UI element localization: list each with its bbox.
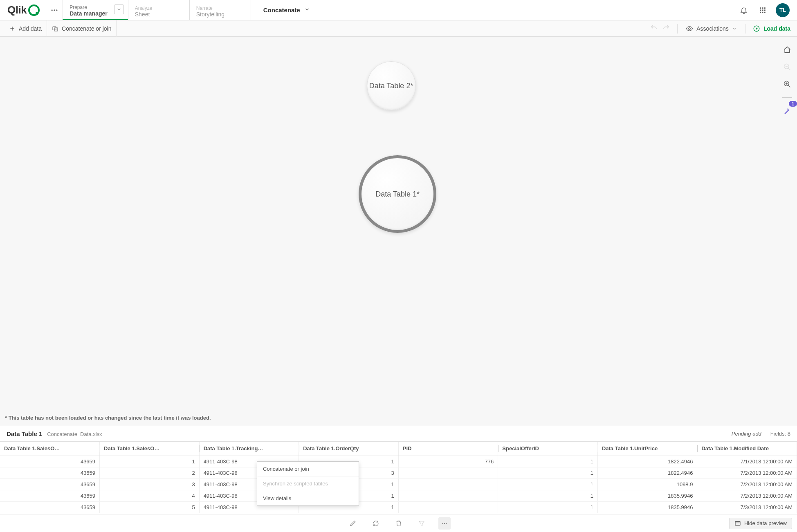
reload-table-button[interactable] — [370, 517, 382, 530]
column-header[interactable]: Data Table 1.Modified Date — [697, 442, 797, 456]
add-data-label: Add data — [19, 25, 42, 32]
table-row[interactable]: 4365944911-403C-98111835.99467/2/2013 12… — [0, 490, 797, 501]
table-cell: 1835.9946 — [597, 501, 697, 513]
ctx-view-details[interactable]: View details — [257, 491, 359, 505]
app-title-text: Concatenate — [263, 7, 300, 13]
table-cell — [398, 490, 498, 501]
hub-launcher-button[interactable] — [757, 4, 768, 16]
column-header[interactable]: PID — [398, 442, 498, 456]
table-row[interactable]: 4365914911-403C-98177611822.49467/1/2013… — [0, 456, 797, 467]
table-cell: 7/2/2013 12:00:00 AM — [697, 478, 797, 490]
recommendations-button[interactable]: 1 — [781, 105, 793, 116]
logo: Qlik — [0, 0, 46, 20]
notifications-button[interactable] — [738, 4, 750, 16]
tab-narrate-small: Narrate — [196, 5, 242, 11]
table-cell: 43659 — [0, 456, 100, 467]
zoom-in-button[interactable] — [781, 78, 793, 90]
svg-rect-3 — [760, 7, 761, 9]
svg-point-1 — [54, 9, 55, 11]
more-actions-button[interactable] — [438, 517, 451, 530]
tab-analyze-small: Analyze — [135, 5, 181, 11]
delete-table-button[interactable] — [393, 517, 405, 530]
load-data-button[interactable]: Load data — [750, 25, 793, 32]
view-mode-dropdown[interactable]: Associations — [683, 25, 740, 32]
table-row[interactable]: 4365954911-403C-98111835.99467/3/2013 12… — [0, 501, 797, 513]
tab-narrate[interactable]: Narrate Storytelling — [189, 0, 251, 20]
home-view-button[interactable] — [781, 44, 793, 56]
undo-redo-group — [650, 24, 672, 33]
table-bubble-2[interactable]: Data Table 2* — [367, 61, 416, 110]
table-cell — [398, 501, 498, 513]
tab-analyze[interactable]: Analyze Sheet — [128, 0, 189, 20]
table-row[interactable]: 4365934911-403C-98111098.97/2/2013 12:00… — [0, 478, 797, 490]
column-header[interactable]: Data Table 1.SalesO… — [0, 442, 100, 456]
preview-table-name: Data Table 1 — [7, 430, 42, 437]
view-mode-label: Associations — [696, 25, 729, 32]
edit-table-button[interactable] — [347, 517, 359, 530]
table-cell: 1835.9946 — [597, 490, 697, 501]
table-cell: 3 — [100, 478, 200, 490]
svg-rect-29 — [735, 521, 740, 525]
svg-point-27 — [444, 523, 445, 523]
undo-button[interactable] — [650, 24, 658, 33]
concat-join-label: Concatenate or join — [62, 25, 111, 32]
table-cell: 43659 — [0, 467, 100, 478]
column-header[interactable]: SpecialOfferID — [498, 442, 598, 456]
table-cell: 1 — [498, 456, 598, 467]
preview-bottom-bar: Hide data preview — [0, 514, 797, 532]
load-data-label: Load data — [763, 25, 790, 32]
bubble-2-label: Data Table 2* — [369, 82, 413, 90]
svg-point-16 — [689, 27, 691, 29]
table-cell: 1 — [498, 467, 598, 478]
svg-line-20 — [788, 68, 790, 70]
add-data-button[interactable]: Add data — [4, 20, 47, 37]
svg-rect-4 — [762, 7, 763, 9]
table-cell — [398, 478, 498, 490]
svg-rect-9 — [760, 11, 761, 13]
preview-table-wrap: Data Table 1.SalesO…Data Table 1.SalesO…… — [0, 441, 797, 514]
ctx-concatenate-join[interactable]: Concatenate or join — [257, 462, 359, 476]
table-cell: 4 — [100, 490, 200, 501]
table-cell: 7/2/2013 12:00:00 AM — [697, 490, 797, 501]
svg-rect-10 — [762, 11, 763, 13]
table-cell: 7/1/2013 12:00:00 AM — [697, 456, 797, 467]
tab-prepare[interactable]: Prepare Data manager — [63, 0, 128, 20]
svg-rect-11 — [764, 11, 766, 13]
preview-header: Data Table 1 Concatenate_Data.xlsx Pendi… — [0, 426, 797, 441]
user-avatar[interactable]: TL — [776, 3, 790, 17]
tab-prepare-small: Prepare — [70, 4, 108, 10]
top-header: Qlik Prepare Data manager Analyze Sheet … — [0, 0, 797, 20]
preview-table: Data Table 1.SalesO…Data Table 1.SalesO…… — [0, 442, 797, 513]
hide-preview-button[interactable]: Hide data preview — [729, 518, 792, 529]
table-cell: 43659 — [0, 490, 100, 501]
column-header[interactable]: Data Table 1.UnitPrice — [597, 442, 697, 456]
top-right-controls: TL — [731, 0, 797, 20]
column-header[interactable]: Data Table 1.SalesO… — [100, 442, 200, 456]
redo-button[interactable] — [662, 24, 670, 33]
svg-point-2 — [56, 9, 57, 11]
global-more-button[interactable] — [46, 0, 63, 20]
app-title-button[interactable]: Concatenate — [263, 7, 310, 14]
table-cell: 1098.9 — [597, 478, 697, 490]
svg-rect-5 — [764, 7, 766, 9]
table-cell: 1 — [498, 501, 598, 513]
bubble-1-label: Data Table 1* — [375, 190, 420, 199]
prepare-dropdown-button[interactable] — [114, 4, 124, 14]
svg-rect-6 — [760, 9, 761, 11]
table-bubble-1[interactable]: Data Table 1* — [359, 155, 436, 233]
zoom-out-button[interactable] — [781, 61, 793, 73]
table-row[interactable]: 4365924911-403C-98311822.49467/2/2013 12… — [0, 467, 797, 478]
concatenate-join-button[interactable]: Concatenate or join — [47, 20, 117, 37]
associations-canvas[interactable]: Data Table 2* Data Table 1* * This table… — [0, 37, 797, 426]
table-cell: 1822.4946 — [597, 456, 697, 467]
svg-rect-8 — [764, 9, 766, 11]
svg-rect-7 — [762, 9, 763, 11]
ctx-sync-scripted: Synchronize scripted tables — [257, 476, 359, 491]
tab-prepare-big: Data manager — [70, 10, 108, 17]
table-cell: 7/3/2013 12:00:00 AM — [697, 501, 797, 513]
column-header[interactable]: Data Table 1.Tracking… — [199, 442, 299, 456]
column-header[interactable]: Data Table 1.OrderQty — [299, 442, 399, 456]
tab-analyze-big: Sheet — [135, 11, 181, 18]
table-cell: 776 — [398, 456, 498, 467]
table-cell: 7/2/2013 12:00:00 AM — [697, 467, 797, 478]
